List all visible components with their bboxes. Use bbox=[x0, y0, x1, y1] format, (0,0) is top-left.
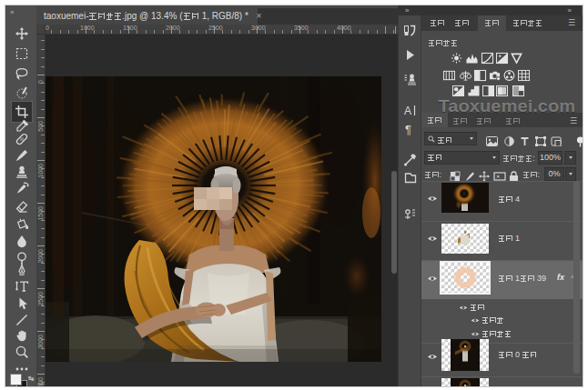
svg-text:¶: ¶ bbox=[405, 123, 411, 136]
svg-text:A: A bbox=[404, 105, 411, 117]
